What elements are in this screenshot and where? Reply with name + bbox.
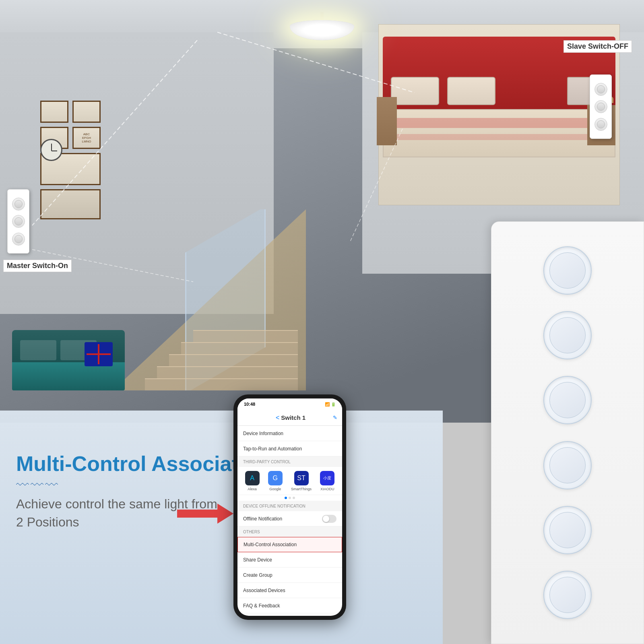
menu-item-multi-control[interactable]: Multi-Control Association (237, 537, 342, 552)
slave-switch-button-3[interactable] (594, 118, 607, 131)
third-party-services: A Alexa G Google ST SmartThings 小度 XIAOD… (237, 467, 342, 495)
offline-notification-row: Offline Notification (237, 511, 342, 526)
big-switch-btn-1[interactable] (543, 246, 592, 295)
arrow-indicator (177, 502, 233, 527)
master-switch[interactable] (7, 189, 29, 254)
big-switch-btn-2[interactable] (543, 311, 592, 359)
alexa-icon: A (245, 471, 260, 485)
xiaodu-label: XIAODU (320, 487, 334, 491)
alexa-label: Alexa (248, 487, 257, 491)
tp-xiaodu[interactable]: 小度 XIAODU (320, 471, 334, 491)
phone-icons: 📶 🔋 (325, 402, 336, 407)
wall-clock (40, 139, 62, 161)
slave-switch-button-1[interactable] (594, 83, 607, 96)
slave-switch-label: Slave Switch-OFF (564, 40, 632, 53)
ceiling-light (290, 12, 354, 36)
big-switch-btn-3[interactable] (543, 376, 592, 424)
staircase (113, 209, 306, 390)
xiaodu-icon: 小度 (320, 471, 334, 485)
big-switch-panel (491, 221, 644, 644)
switch-button-3[interactable] (12, 233, 25, 246)
menu-item-associated-devices[interactable]: Associated Devices (237, 583, 342, 598)
master-switch-label: Master Switch-On (3, 260, 72, 272)
menu-item-share-device[interactable]: Share Device (237, 552, 342, 568)
phone-status-bar: 10:48 📶 🔋 (237, 398, 342, 410)
phone-edit-button[interactable]: ✎ (333, 415, 337, 421)
phone-time: 10:48 (244, 402, 255, 407)
section-third-party: Third-party Control (237, 456, 342, 467)
menu-item-device-info[interactable]: Device Information (237, 426, 342, 441)
switch-button-1[interactable] (12, 198, 25, 211)
phone-back-button[interactable]: < (274, 414, 281, 421)
phone-screen-title: Switch 1 (281, 414, 305, 421)
slave-switch[interactable] (590, 74, 612, 139)
menu-item-tap-run[interactable]: Tap-to-Run and Automation (237, 441, 342, 456)
switch-button-2[interactable] (12, 215, 25, 228)
tp-google[interactable]: G Google (268, 471, 283, 491)
big-switch-btn-5[interactable] (543, 506, 592, 554)
slave-switch-button-2[interactable] (594, 100, 607, 113)
menu-item-add-home[interactable]: Add to Home Screen (237, 613, 342, 616)
menu-item-create-group[interactable]: Create Group (237, 568, 342, 583)
feature-title: Multi-Control Association (16, 452, 270, 475)
wall-art-area: ABCEFGHLMNO (40, 101, 113, 221)
phone-title-bar: < Switch 1 ✎ (237, 410, 342, 426)
big-switch-btn-4[interactable] (543, 441, 592, 489)
tp-alexa[interactable]: A Alexa (245, 471, 260, 491)
offline-notification-label: Offline Notification (243, 516, 282, 522)
google-icon: G (268, 471, 283, 485)
smartthings-icon: ST (294, 471, 309, 485)
big-switch-btn-6[interactable] (543, 571, 592, 619)
smartthings-label: SmartThings (291, 487, 312, 491)
phone-mockup: 10:48 📶 🔋 < Switch 1 ✎ Device Informatio… (233, 394, 346, 620)
menu-item-faq[interactable]: FAQ & Feedback (237, 598, 342, 613)
page-dots (237, 495, 342, 501)
section-others: Others (237, 526, 342, 537)
google-label: Google (269, 487, 281, 491)
section-notification: Device Offline Notification (237, 501, 342, 511)
bottom-info-panel: Multi-Control Association 〰〰〰 Achieve co… (0, 411, 443, 644)
svg-marker-4 (177, 504, 233, 524)
feature-waves: 〰〰〰 (16, 478, 270, 493)
offline-toggle[interactable] (322, 515, 336, 523)
tp-smartthings[interactable]: ST SmartThings (291, 471, 312, 491)
sofa (12, 330, 125, 390)
